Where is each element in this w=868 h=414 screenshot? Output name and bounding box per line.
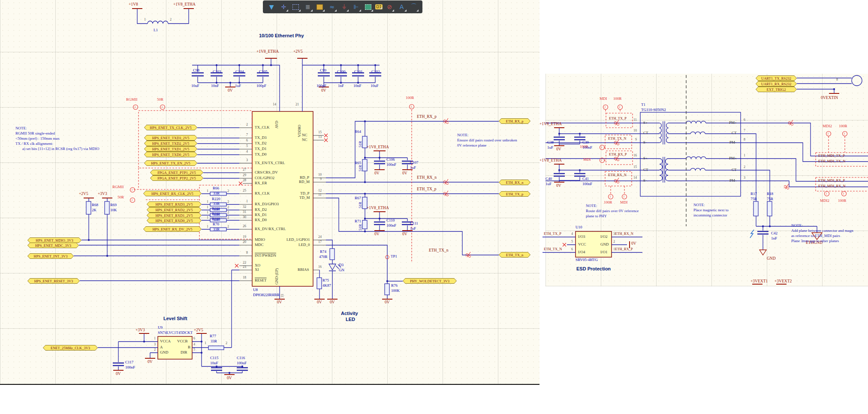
- label-3[interactable]: 3: [246, 159, 248, 162]
- label-incomming-connector[interactable]: incomming connector: [693, 213, 727, 217]
- label-u10[interactable]: U10: [576, 225, 582, 229]
- label-c98[interactable]: C98: [193, 69, 199, 72]
- label-2[interactable]: 2: [170, 18, 172, 21]
- label-21[interactable]: 21: [295, 103, 299, 106]
- label-1[interactable]: 1: [144, 18, 146, 21]
- label-0v[interactable]: 0V: [116, 372, 121, 376]
- port-uart1-rx-rs232[interactable]: UART1_RX_RS232: [756, 81, 797, 87]
- label-4k87[interactable]: 4K87: [322, 284, 331, 288]
- label-0v[interactable]: 0V: [631, 242, 636, 246]
- no-erc-icon[interactable]: ⊘: [384, 2, 395, 12]
- label-c115[interactable]: C115: [210, 356, 218, 360]
- label-eth-tx-n[interactable]: ETH_TX_N: [608, 137, 627, 141]
- label-2[interactable]: 2: [227, 189, 229, 193]
- label-r70[interactable]: R70: [213, 222, 219, 226]
- label-r64[interactable]: R64: [355, 130, 361, 134]
- label-1[interactable]: 1: [207, 189, 208, 193]
- label-r76[interactable]: R76: [391, 284, 398, 288]
- label-s[interactable]: S+: [643, 121, 648, 125]
- label-3v3[interactable]: +3V3: [136, 328, 145, 333]
- label-10k[interactable]: 10K: [110, 208, 117, 212]
- label-d3[interactable]: D3: [339, 263, 344, 267]
- label-0v[interactable]: 0V: [277, 300, 282, 305]
- label-i[interactable]: i: [601, 146, 602, 149]
- label-note[interactable]: NOTE:: [791, 224, 803, 228]
- label-rd-p[interactable]: RD_P: [300, 176, 309, 180]
- port-hps-enet-rx-dv-2v5[interactable]: HPS_ENET_RX_DV_2V5: [143, 226, 202, 232]
- port-hps-enet-mdio-3v3[interactable]: HPS_ENET_MDIO_3V3: [27, 237, 81, 243]
- label-14[interactable]: 14: [273, 103, 276, 106]
- label-15[interactable]: 15: [318, 131, 322, 134]
- label-16[interactable]: 16: [318, 265, 322, 269]
- label-3v3[interactable]: +3V3: [98, 192, 107, 196]
- port-hps-enet-rxd1-2v5[interactable]: HPS_ENET_RXD1_2V5: [147, 213, 202, 218]
- label-ct[interactable]: CT: [643, 131, 648, 135]
- label-rx-dv-rx-ctrl[interactable]: RX_DV/RX_CTRL: [255, 227, 286, 231]
- sheet-title[interactable]: 10/100 Ethernet Phy: [259, 33, 304, 38]
- label-10[interactable]: 10: [318, 173, 322, 177]
- label-r65[interactable]: R65: [355, 161, 361, 165]
- label-1[interactable]: 1: [207, 216, 208, 219]
- label-i[interactable]: i: [828, 132, 829, 135]
- label-100nf[interactable]: 100nF: [237, 361, 247, 365]
- label-51r[interactable]: 51R: [359, 202, 362, 208]
- label-col-gpio2[interactable]: COL/GPIO2: [255, 176, 274, 180]
- label-c38[interactable]: C38: [547, 141, 554, 144]
- label-6[interactable]: 6: [744, 118, 745, 122]
- blanket-icon[interactable]: [363, 2, 374, 12]
- label-0v[interactable]: 0V: [330, 300, 335, 305]
- label-tx-rx-clk-allignment[interactable]: TX / RX clk allignment:: [15, 142, 53, 146]
- label-100r[interactable]: 100R: [406, 96, 414, 100]
- label-u9[interactable]: U9: [158, 326, 163, 330]
- label-0v[interactable]: 0V: [374, 232, 380, 237]
- label-c99[interactable]: C99: [320, 69, 326, 72]
- label-c103[interactable]: C103: [213, 70, 221, 74]
- label-4[interactable]: 4: [571, 232, 573, 236]
- port-hps-enet-tx-clk-2v5[interactable]: HPS_ENET_TX_CLK_2V5: [144, 125, 197, 130]
- label-51r[interactable]: 51R: [359, 224, 362, 231]
- label-rgmii-50r-single-ended[interactable]: RGMII 50R single-ended: [15, 132, 55, 135]
- label-gnd[interactable]: GND: [600, 243, 609, 246]
- label-eth-mdi-tx-n[interactable]: ETH_MDI_TX_N: [818, 159, 845, 163]
- label-33r[interactable]: 33R: [213, 202, 220, 206]
- label-r18[interactable]: R18: [767, 192, 773, 196]
- label-470r[interactable]: 470R: [319, 255, 328, 259]
- crosshair-icon[interactable]: ✛: [278, 2, 289, 12]
- label-gnd[interactable]: GND: [160, 351, 169, 354]
- label-1[interactable]: 1: [246, 200, 248, 203]
- label-pm[interactable]: PM-: [729, 179, 736, 183]
- label-c116[interactable]: C116: [237, 356, 245, 360]
- label-16[interactable]: 16: [633, 154, 637, 157]
- label-t1[interactable]: T1: [641, 103, 645, 107]
- label-r74[interactable]: R74: [320, 250, 326, 254]
- label-eth-rx-n[interactable]: ETH_RX_N: [608, 173, 627, 177]
- label-c107[interactable]: C107: [410, 161, 419, 165]
- label-s[interactable]: S-: [643, 179, 647, 183]
- label-50mm-pref-150mm-max[interactable]: <50mm (pref) : 150mm max: [15, 137, 60, 141]
- label-vccb[interactable]: VCCB: [177, 339, 188, 343]
- label-place-magnetic-next-to[interactable]: Place magnetic next to: [693, 208, 729, 212]
- label-c41[interactable]: C41: [582, 177, 589, 181]
- label-i[interactable]: i: [826, 192, 827, 195]
- label-8[interactable]: 8: [836, 78, 838, 81]
- port-hps-enet-rx-clk-2v5[interactable]: HPS_ENET_RX_CLK_2V5: [143, 191, 202, 196]
- label-i[interactable]: i: [619, 105, 620, 109]
- label-route-diff-pairs-over-0v-reference[interactable]: Route diff pairs over 0V reference: [586, 209, 639, 213]
- label-tx-d1[interactable]: TX_D1: [255, 147, 267, 151]
- label-note[interactable]: NOTE:: [693, 203, 705, 207]
- label-l1[interactable]: L1: [154, 28, 158, 32]
- label-1[interactable]: 1: [207, 200, 208, 204]
- label-31[interactable]: 31: [243, 210, 246, 214]
- label-r77[interactable]: R77: [210, 334, 216, 338]
- label-10[interactable]: 10: [633, 129, 637, 132]
- label-eth-tx-n[interactable]: ETH_TX_N: [544, 247, 562, 251]
- label-4[interactable]: 4: [246, 150, 248, 153]
- label-dp83822irhbr[interactable]: DP83822IRHBR: [253, 293, 280, 297]
- label-2[interactable]: 2: [227, 225, 229, 228]
- label-level-shift[interactable]: Level Shift: [163, 316, 187, 321]
- label-33r[interactable]: 33R: [213, 192, 220, 195]
- label-14[interactable]: 14: [633, 176, 637, 180]
- label-2v5[interactable]: +2V5: [79, 192, 88, 196]
- label-11[interactable]: 11: [318, 193, 322, 197]
- port-ext-trig2[interactable]: EXT_TRIG2: [756, 87, 797, 92]
